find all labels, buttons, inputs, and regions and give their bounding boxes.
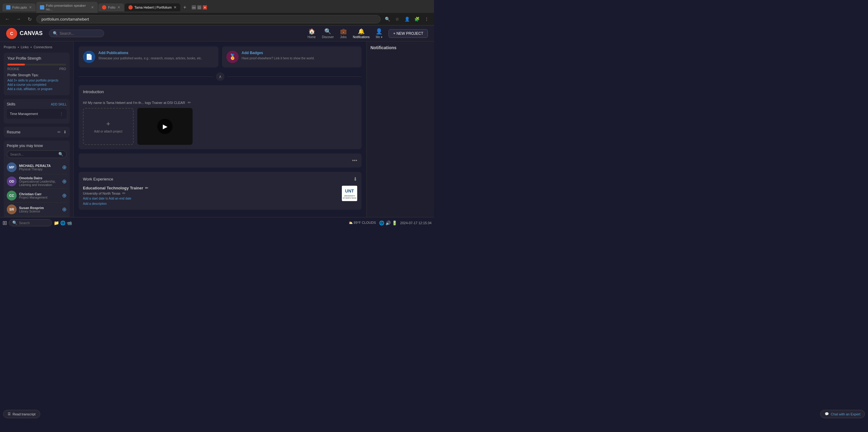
main-layout: Projects • Links • Connections Your Prof… [0, 41, 434, 217]
add-badges-card[interactable]: 🏅 Add Badges Have proof elsewhere? Link … [222, 47, 362, 67]
badges-icon: 🏅 [226, 51, 239, 63]
add-project-card[interactable]: + Add or attach project [83, 108, 134, 145]
battery-icon[interactable]: 🔋 [392, 221, 397, 225]
extensions-toolbar-icon[interactable]: 🧩 [412, 15, 421, 23]
collapse-button[interactable]: ∧ [216, 72, 224, 81]
nav-item-jobs[interactable]: 💼 Jobs [340, 28, 347, 39]
breadcrumb-links[interactable]: Links [21, 45, 29, 49]
profile-toolbar-icon[interactable]: 👤 [403, 15, 411, 23]
close-tab-4-icon[interactable]: ✕ [174, 5, 177, 9]
weather-display: ⛅ 89°F CLOUDS [349, 221, 376, 225]
refresh-button[interactable]: ↻ [25, 15, 34, 23]
datetime-display: 2024-07-17 12:15:34 [400, 221, 432, 225]
strength-tip-3[interactable]: Add a club, affiliation, or program [7, 87, 66, 91]
menu-toolbar-icon[interactable]: ⋮ [422, 15, 431, 23]
logo-icon: C [6, 28, 17, 39]
people-search-input[interactable] [10, 152, 57, 156]
tab-folio[interactable]: Folio ✕ [98, 3, 124, 11]
edit-intro-icon[interactable]: ✏ [188, 100, 191, 105]
close-window-button[interactable]: ✕ [203, 5, 207, 9]
follow-button-1[interactable]: ⊕ [62, 164, 67, 171]
strength-tip-2[interactable]: Add a course you completed [7, 83, 66, 86]
work-options-icon[interactable]: ⬇ [353, 176, 357, 182]
video-player[interactable]: ▶ [137, 108, 193, 145]
resume-header: Resume ✏ ⬇ [7, 130, 67, 134]
nav-item-me[interactable]: 👤 Me ▾ [376, 28, 382, 39]
edit-resume-icon[interactable]: ✏ [57, 130, 61, 134]
volume-icon[interactable]: 🔊 [385, 221, 391, 225]
list-item: OD Omotola Dairo Organizational Leadersh… [7, 174, 67, 189]
section-options-icon[interactable]: ••• [352, 158, 357, 163]
company-logo: UNT UNIVERSITY OF NORTH TEXAS [342, 186, 357, 201]
minimize-button[interactable]: — [192, 5, 196, 9]
nav-item-discover[interactable]: 🔍 Discover [322, 28, 334, 39]
nav-item-notifications[interactable]: 🔔 Notifications [353, 28, 370, 39]
introduction-text: Hi! My name is Tama Hebert and I'm th...… [83, 100, 357, 105]
skill-name: Time Management [10, 112, 38, 116]
add-publications-card[interactable]: 📄 Add Publications Showcase your publish… [79, 47, 218, 67]
download-resume-icon[interactable]: ⬇ [63, 130, 67, 134]
close-tab-3-icon[interactable]: ✕ [117, 5, 120, 9]
top-nav: C CANVAS 🔍 🏠 Home 🔍 Discover 💼 Jobs 🔔 No… [0, 26, 434, 41]
edit-job-icon[interactable]: ✏ [145, 186, 148, 190]
skills-title: Skills [7, 102, 16, 106]
search-toolbar-icon[interactable]: 🔍 [383, 15, 392, 23]
forward-button[interactable]: → [14, 15, 23, 23]
add-description-link[interactable]: Add a description [83, 202, 339, 205]
taskbar-search-input[interactable] [19, 221, 49, 225]
badges-card-text: Add Badges Have proof elsewhere? Link it… [242, 51, 315, 61]
avatar: MP [7, 162, 17, 172]
nav-item-home[interactable]: 🏠 Home [307, 28, 316, 39]
me-icon: 👤 [376, 28, 382, 35]
publications-card-text: Add Publications Showcase your published… [98, 51, 202, 61]
divider-line-right [227, 77, 362, 77]
skills-header: Skills ADD SKILL [7, 102, 67, 106]
discover-icon: 🔍 [324, 28, 331, 35]
work-experience-title: Work Experience [83, 177, 113, 181]
address-bar[interactable]: portfolium.com/tamahebert [36, 15, 380, 23]
add-project-plus-icon: + [106, 120, 110, 128]
follow-button-2[interactable]: ⊕ [62, 178, 67, 185]
follow-button-4[interactable]: ⊕ [62, 206, 67, 213]
search-input[interactable] [60, 31, 100, 36]
close-tab-2-icon[interactable]: ✕ [91, 5, 94, 9]
star-toolbar-icon[interactable]: ☆ [393, 15, 401, 23]
right-panel: Notifications [366, 41, 434, 217]
browser-toolbar-icons: 🔍 ☆ 👤 🧩 ⋮ [383, 15, 431, 23]
add-start-date-link[interactable]: Add a start date [83, 197, 105, 200]
zoom-icon[interactable]: 📹 [67, 221, 72, 225]
close-tab-1-icon[interactable]: ✕ [29, 5, 32, 9]
work-experience-section: Work Experience ⬇ Educational Technology… [79, 172, 362, 210]
browser-chrome: Folio.pptx ✕ Folio presentation speaker … [0, 0, 434, 26]
skill-options-icon[interactable]: ⋮ [59, 111, 64, 116]
taskbar-search[interactable]: 🔍 [9, 219, 52, 226]
tab-tama-hebert[interactable]: Tama Hebert | Portfolium ✕ [125, 3, 180, 11]
logo: C CANVAS [6, 28, 43, 39]
jobs-icon: 💼 [340, 28, 347, 35]
edit-company-icon[interactable]: ✏ [122, 191, 126, 196]
people-search[interactable]: 🔍 [7, 150, 67, 158]
breadcrumb-projects[interactable]: Projects [4, 45, 16, 49]
taskbar-search-icon: 🔍 [12, 221, 17, 225]
file-manager-icon[interactable]: 📁 [54, 221, 59, 225]
work-experience-header: Work Experience ⬇ [83, 176, 357, 182]
tab-folio-pptx[interactable]: Folio.pptx ✕ [2, 3, 36, 11]
start-button[interactable]: ⊞ [2, 220, 7, 226]
add-end-date-link[interactable]: Add an end date [109, 197, 131, 200]
tab-folio-speaker[interactable]: Folio presentation speaker no... ✕ [36, 2, 98, 13]
maximize-button[interactable]: □ [197, 5, 202, 9]
svg-text:UNIVERSITY: UNIVERSITY [344, 195, 355, 197]
browser-toolbar: ← → ↻ portfolium.com/tamahebert 🔍 ☆ 👤 🧩 … [0, 13, 434, 25]
new-project-button[interactable]: + NEW PROJECT [389, 29, 428, 38]
add-skill-button[interactable]: ADD SKILL [51, 103, 67, 106]
new-tab-button[interactable]: + [181, 3, 189, 11]
browser-taskbar-icon[interactable]: 🌐 [60, 221, 65, 225]
avatar: CC [7, 191, 17, 200]
follow-button-3[interactable]: ⊕ [62, 192, 67, 199]
play-button[interactable]: ▶ [157, 119, 173, 134]
network-icon[interactable]: 🌐 [379, 221, 384, 225]
nav-search[interactable]: 🔍 [49, 30, 104, 37]
strength-tip-1[interactable]: Add 3+ skills to your portfolio projects [7, 79, 66, 82]
breadcrumb-connections[interactable]: Connections [33, 45, 52, 49]
back-button[interactable]: ← [3, 15, 12, 23]
